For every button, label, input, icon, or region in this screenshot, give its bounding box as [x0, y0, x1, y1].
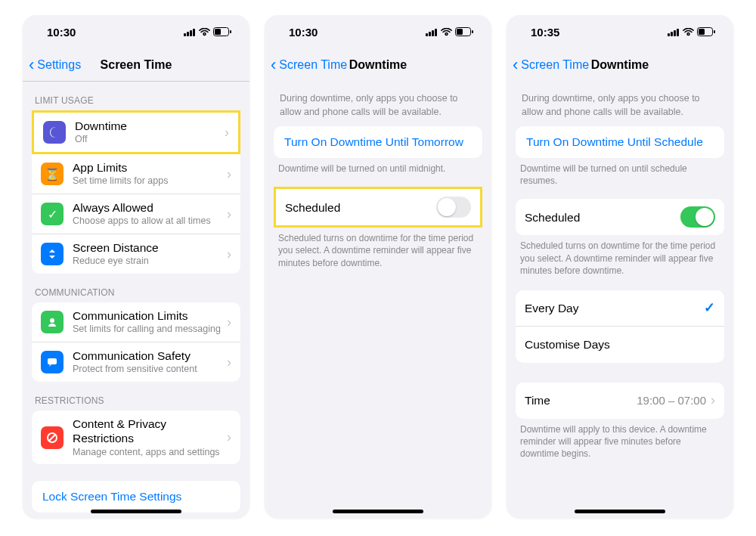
- page-title: Downtime: [349, 58, 407, 72]
- row-title: Communication Limits: [73, 308, 227, 323]
- svg-rect-19: [671, 32, 673, 36]
- phone-screen-2: 10:30 ‹ Screen Time Downtime During down…: [265, 15, 491, 518]
- footer-scheduled: Scheduled turns on downtime for the time…: [265, 228, 491, 269]
- svg-rect-23: [699, 29, 705, 35]
- svg-rect-21: [677, 29, 679, 36]
- chevron-left-icon: ‹: [29, 57, 34, 73]
- back-button[interactable]: ‹ Screen Time: [513, 57, 589, 73]
- row-title: Downtime: [75, 119, 225, 133]
- person-icon: [41, 311, 64, 333]
- row-title: Scheduled: [285, 200, 436, 215]
- back-label: Screen Time: [279, 58, 347, 72]
- row-scheduled[interactable]: Scheduled: [276, 189, 480, 225]
- footer-time: Downtime will apply to this device. A do…: [507, 419, 733, 460]
- chevron-right-icon: ›: [227, 206, 231, 222]
- chevron-right-icon: ›: [227, 314, 231, 330]
- row-scheduled[interactable]: Scheduled: [516, 199, 724, 235]
- chevron-left-icon: ‹: [513, 57, 518, 73]
- footer-lock: Use a passcode to secure Screen Time set…: [23, 513, 249, 518]
- svg-rect-18: [668, 33, 670, 36]
- chevron-right-icon: ›: [227, 429, 231, 445]
- toggle-scheduled[interactable]: [436, 197, 471, 218]
- row-time[interactable]: Time 19:00 – 07:00 ›: [516, 383, 724, 419]
- row-customise-days[interactable]: Customise Days: [516, 327, 724, 363]
- signal-icon: [184, 28, 196, 36]
- svg-rect-12: [429, 32, 431, 36]
- row-title: Screen Distance: [73, 240, 227, 255]
- back-button[interactable]: ‹ Settings: [29, 57, 81, 73]
- wifi-icon: [441, 28, 452, 36]
- status-icons: [184, 27, 231, 36]
- row-title: Scheduled: [525, 210, 680, 225]
- intro-text: During downtime, only apps you choose to…: [265, 82, 491, 126]
- row-screen-distance[interactable]: Screen Distance Reduce eye strain ›: [32, 234, 240, 274]
- status-icons: [426, 27, 473, 36]
- row-communication-limits[interactable]: Communication Limits Set limits for call…: [32, 302, 240, 342]
- chevron-right-icon: ›: [227, 246, 231, 262]
- svg-rect-16: [457, 29, 463, 35]
- svg-rect-2: [190, 30, 192, 36]
- back-label: Settings: [37, 58, 81, 72]
- home-indicator[interactable]: [575, 510, 665, 513]
- svg-line-10: [49, 435, 55, 441]
- status-bar: 10:30: [265, 15, 491, 48]
- footer-turn-on: Downtime will be turned on until midnigh…: [265, 158, 491, 175]
- row-downtime[interactable]: Downtime Off ›: [34, 113, 238, 152]
- section-header-restrictions: RESTRICTIONS: [23, 382, 249, 411]
- downtime-icon: [43, 121, 66, 144]
- row-lock-settings[interactable]: Lock Screen Time Settings: [32, 481, 240, 513]
- status-bar: 10:30: [23, 15, 249, 48]
- row-title: Customise Days: [525, 337, 715, 352]
- link-label: Lock Screen Time Settings: [42, 490, 181, 503]
- intro-text: During downtime, only apps you choose to…: [507, 82, 733, 126]
- no-sign-icon: [41, 426, 64, 449]
- row-communication-safety[interactable]: Communication Safety Protect from sensit…: [32, 342, 240, 382]
- battery-icon: [697, 27, 715, 36]
- svg-rect-6: [230, 30, 231, 33]
- nav-bar: ‹ Screen Time Downtime: [265, 48, 491, 82]
- row-app-limits[interactable]: ⏳ App Limits Set time limits for apps ›: [32, 154, 240, 194]
- svg-rect-24: [714, 30, 715, 33]
- back-button[interactable]: ‹ Screen Time: [271, 57, 347, 73]
- svg-rect-8: [48, 358, 57, 364]
- home-indicator[interactable]: [91, 510, 181, 513]
- battery-icon: [455, 27, 473, 36]
- link-label: Turn On Downtime Until Tomorrow: [284, 135, 463, 148]
- status-time: 10:35: [531, 26, 559, 39]
- svg-rect-20: [674, 30, 676, 36]
- svg-rect-1: [187, 32, 189, 36]
- svg-rect-13: [432, 30, 434, 36]
- row-sub: Off: [75, 134, 225, 146]
- chevron-right-icon: ›: [227, 166, 231, 182]
- wifi-icon: [683, 28, 694, 36]
- row-title: Communication Safety: [73, 349, 227, 363]
- svg-point-7: [50, 318, 54, 323]
- row-sub: Choose apps to allow at all times: [73, 215, 227, 228]
- phone-screen-3: 10:35 ‹ Screen Time Downtime During down…: [507, 15, 733, 518]
- chat-bubble-icon: [41, 351, 64, 373]
- toggle-scheduled[interactable]: [680, 206, 715, 228]
- svg-rect-5: [215, 29, 221, 35]
- section-header-communication: COMMUNICATION: [23, 274, 249, 302]
- chevron-left-icon: ‹: [271, 57, 276, 73]
- distance-icon: [41, 243, 64, 265]
- row-title: Time: [525, 393, 637, 407]
- phone-screen-1: 10:30 ‹ Settings Screen Time LIMIT USAGE…: [23, 15, 249, 518]
- svg-rect-17: [472, 30, 473, 33]
- svg-rect-3: [193, 29, 195, 36]
- chevron-right-icon: ›: [711, 392, 715, 408]
- row-turn-on-downtime[interactable]: Turn On Downtime Until Schedule: [516, 126, 724, 158]
- row-sub: Protect from sensitive content: [73, 364, 227, 376]
- row-sub: Manage content, apps and settings: [73, 447, 227, 459]
- row-always-allowed[interactable]: ✓ Always Allowed Choose apps to allow at…: [32, 194, 240, 234]
- row-content-privacy[interactable]: Content & Privacy Restrictions Manage co…: [32, 411, 240, 464]
- row-every-day[interactable]: Every Day ✓: [516, 290, 724, 327]
- row-sub: Reduce eye strain: [73, 256, 227, 268]
- section-header-limit-usage: LIMIT USAGE: [23, 82, 249, 110]
- downtime-row-highlight: Downtime Off ›: [32, 110, 240, 154]
- row-title: App Limits: [73, 160, 227, 175]
- chevron-right-icon: ›: [225, 125, 229, 141]
- page-title: Screen Time: [101, 58, 172, 72]
- row-turn-on-downtime[interactable]: Turn On Downtime Until Tomorrow: [274, 126, 482, 158]
- home-indicator[interactable]: [333, 510, 423, 513]
